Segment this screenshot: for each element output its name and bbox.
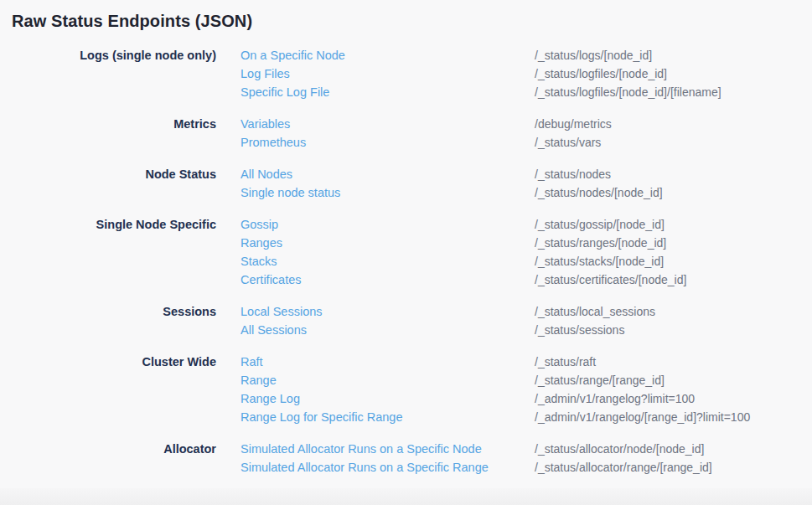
endpoint-path: /_status/logfiles/[node_id] xyxy=(535,64,812,83)
endpoint-path: /_status/ranges/[node_id] xyxy=(535,234,812,252)
endpoint-group: Cluster WideRaftRangeRange LogRange Log … xyxy=(0,353,812,426)
endpoint-group: Logs (single node only)On a Specific Nod… xyxy=(0,46,812,101)
category-label: Sessions xyxy=(0,302,216,339)
endpoint-links-column: VariablesPrometheus xyxy=(216,115,535,152)
endpoint-link[interactable]: Certificates xyxy=(240,271,535,289)
footer-band xyxy=(0,488,812,505)
endpoint-path: /_status/vars xyxy=(535,133,812,152)
endpoint-links-column: GossipRangesStacksCertificates xyxy=(216,215,535,289)
endpoint-path: /_status/sessions xyxy=(535,321,812,339)
endpoint-path: /_status/range/[range_id] xyxy=(535,371,812,389)
endpoint-path: /_status/allocator/node/[node_id] xyxy=(535,440,812,458)
raw-status-endpoints-page: Raw Status Endpoints (JSON) Logs (single… xyxy=(0,10,812,477)
endpoint-link[interactable]: Raft xyxy=(240,353,535,371)
endpoint-group: MetricsVariablesPrometheus/debug/metrics… xyxy=(0,115,812,152)
endpoint-group: AllocatorSimulated Allocator Runs on a S… xyxy=(0,440,812,477)
endpoint-link[interactable]: Range Log for Specific Range xyxy=(240,408,535,426)
endpoint-link[interactable]: On a Specific Node xyxy=(240,46,535,64)
endpoint-path: /_status/raft xyxy=(535,353,812,371)
endpoint-link[interactable]: Simulated Allocator Runs on a Specific N… xyxy=(240,440,535,458)
endpoint-link[interactable]: Prometheus xyxy=(240,133,535,152)
endpoint-group: Single Node SpecificGossipRangesStacksCe… xyxy=(0,215,812,289)
endpoint-link[interactable]: Simulated Allocator Runs on a Specific R… xyxy=(240,458,535,477)
endpoint-links-column: On a Specific NodeLog FilesSpecific Log … xyxy=(216,46,535,101)
endpoint-links-column: RaftRangeRange LogRange Log for Specific… xyxy=(216,353,535,426)
endpoint-paths-column: /debug/metrics/_status/vars xyxy=(535,115,812,152)
endpoint-link[interactable]: Specific Log File xyxy=(240,83,535,101)
endpoint-link[interactable]: Log Files xyxy=(240,64,535,83)
endpoints-table: Logs (single node only)On a Specific Nod… xyxy=(0,46,812,477)
endpoint-path: /_status/logs/[node_id] xyxy=(535,46,812,64)
endpoint-link[interactable]: Range xyxy=(240,371,535,389)
endpoint-link[interactable]: All Sessions xyxy=(240,321,535,339)
endpoint-paths-column: /_status/allocator/node/[node_id]/_statu… xyxy=(535,440,812,477)
endpoint-link[interactable]: Variables xyxy=(240,115,535,133)
category-label: Metrics xyxy=(0,115,216,152)
endpoint-path: /_status/nodes/[node_id] xyxy=(535,183,812,202)
endpoint-paths-column: /_status/nodes/_status/nodes/[node_id] xyxy=(535,165,812,202)
endpoint-paths-column: /_status/local_sessions/_status/sessions xyxy=(535,302,812,339)
category-label: Single Node Specific xyxy=(0,215,216,289)
endpoint-link[interactable]: Gossip xyxy=(240,215,535,234)
endpoint-path: /_status/stacks/[node_id] xyxy=(535,252,812,271)
endpoint-path: /_admin/v1/rangelog?limit=100 xyxy=(535,389,812,408)
endpoint-path: /_status/certificates/[node_id] xyxy=(535,271,812,289)
category-label: Node Status xyxy=(0,165,216,202)
endpoint-path: /_status/gossip/[node_id] xyxy=(535,215,812,234)
endpoint-paths-column: /_status/logs/[node_id]/_status/logfiles… xyxy=(535,46,812,101)
endpoint-links-column: Simulated Allocator Runs on a Specific N… xyxy=(216,440,535,477)
endpoint-path: /_status/local_sessions xyxy=(535,302,812,321)
endpoint-path: /_status/logfiles/[node_id]/[filename] xyxy=(535,83,812,101)
category-label: Allocator xyxy=(0,440,216,477)
endpoint-link[interactable]: Single node status xyxy=(240,183,535,202)
endpoint-paths-column: /_status/gossip/[node_id]/_status/ranges… xyxy=(535,215,812,289)
endpoint-path: /debug/metrics xyxy=(535,115,812,133)
endpoint-path: /_status/allocator/range/[range_id] xyxy=(535,458,812,477)
page-title: Raw Status Endpoints (JSON) xyxy=(12,10,812,32)
endpoint-link[interactable]: Stacks xyxy=(240,252,535,271)
endpoint-links-column: All NodesSingle node status xyxy=(216,165,535,202)
endpoint-link[interactable]: Range Log xyxy=(240,389,535,408)
endpoint-group: SessionsLocal SessionsAll Sessions/_stat… xyxy=(0,302,812,339)
endpoint-path: /_admin/v1/rangelog/[range_id]?limit=100 xyxy=(535,408,812,426)
endpoint-links-column: Local SessionsAll Sessions xyxy=(216,302,535,339)
endpoint-link[interactable]: Local Sessions xyxy=(240,302,535,321)
category-label: Cluster Wide xyxy=(0,353,216,426)
endpoint-path: /_status/nodes xyxy=(535,165,812,183)
endpoint-paths-column: /_status/raft/_status/range/[range_id]/_… xyxy=(535,353,812,426)
endpoint-link[interactable]: Ranges xyxy=(240,234,535,252)
endpoint-link[interactable]: All Nodes xyxy=(240,165,535,183)
category-label: Logs (single node only) xyxy=(0,46,216,101)
endpoint-group: Node StatusAll NodesSingle node status/_… xyxy=(0,165,812,202)
